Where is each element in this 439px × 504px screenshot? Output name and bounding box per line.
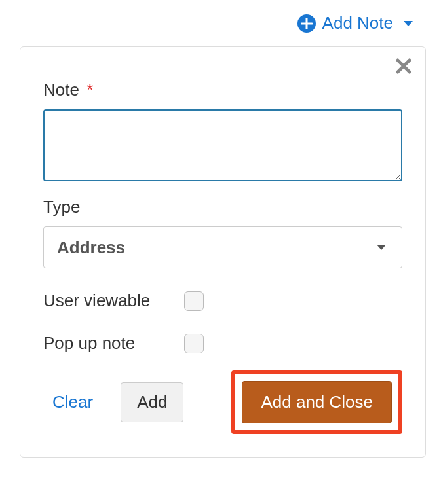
add-and-close-button[interactable]: Add and Close bbox=[242, 381, 392, 423]
note-textarea[interactable] bbox=[43, 109, 402, 181]
type-select[interactable]: Address bbox=[43, 226, 402, 268]
add-note-trigger-label: Add Note bbox=[322, 13, 393, 33]
required-asterisk: * bbox=[86, 80, 93, 99]
pop-up-note-row: Pop up note bbox=[43, 333, 402, 353]
pop-up-note-label: Pop up note bbox=[43, 333, 184, 353]
caret-down-icon bbox=[404, 21, 413, 26]
add-note-trigger[interactable]: Add Note bbox=[13, 13, 426, 33]
type-label: Type bbox=[43, 197, 402, 217]
close-icon[interactable] bbox=[395, 58, 412, 75]
note-label: Note * bbox=[43, 80, 402, 100]
add-note-modal: Note * Type Address User viewable Pop up… bbox=[20, 46, 426, 458]
caret-down-icon bbox=[377, 245, 386, 250]
type-selected-value: Address bbox=[44, 238, 360, 258]
user-viewable-checkbox[interactable] bbox=[184, 291, 204, 311]
plus-circle-icon bbox=[297, 14, 316, 33]
pop-up-note-checkbox[interactable] bbox=[184, 334, 204, 353]
type-dropdown-toggle[interactable] bbox=[360, 227, 402, 268]
user-viewable-row: User viewable bbox=[43, 291, 402, 311]
add-button[interactable]: Add bbox=[121, 382, 183, 422]
clear-button[interactable]: Clear bbox=[43, 386, 102, 419]
add-and-close-highlight: Add and Close bbox=[231, 370, 402, 434]
user-viewable-label: User viewable bbox=[43, 291, 184, 311]
actions-row: Clear Add Add and Close bbox=[43, 370, 402, 434]
note-label-text: Note bbox=[43, 80, 79, 99]
